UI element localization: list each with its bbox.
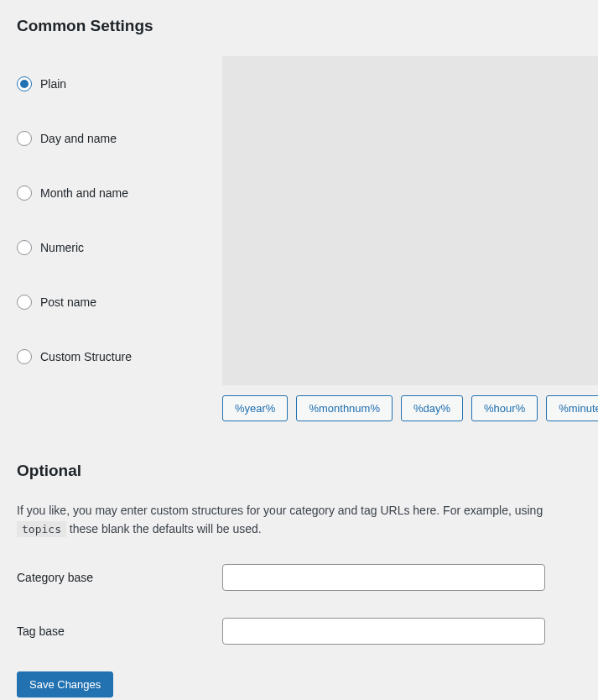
category-base-input[interactable]: [222, 564, 545, 591]
optional-heading: Optional: [17, 462, 581, 480]
radio-icon: [17, 240, 32, 255]
structure-tags-row: %year% %monthnum% %day% %hour% %minute%: [222, 395, 598, 421]
radio-label-text: Post name: [40, 295, 96, 309]
radio-icon: [17, 131, 32, 146]
radio-icon: [17, 349, 32, 364]
radio-icon: [17, 76, 32, 91]
tag-hour-button[interactable]: %hour%: [471, 395, 538, 421]
permalink-option-custom[interactable]: Custom Structure: [17, 349, 132, 364]
optional-desc-code: topics: [17, 521, 66, 537]
save-changes-button[interactable]: Save Changes: [17, 671, 113, 697]
optional-desc-suffix: these blank the defaults will be used.: [70, 522, 262, 535]
permalink-option-day-name[interactable]: Day and name: [17, 131, 117, 146]
permalink-structure-group: Plain Day and name Month and name Numeri…: [17, 56, 581, 421]
permalink-preview-area: [222, 56, 598, 385]
optional-desc-prefix: If you like, you may enter custom struct…: [17, 504, 543, 517]
permalink-option-numeric[interactable]: Numeric: [17, 240, 84, 255]
tag-year-button[interactable]: %year%: [222, 395, 288, 421]
radio-label-text: Day and name: [40, 132, 117, 145]
radio-label-text: Month and name: [40, 186, 128, 200]
permalink-option-month-name[interactable]: Month and name: [17, 185, 128, 201]
permalink-option-post-name[interactable]: Post name: [17, 295, 96, 310]
tag-base-input[interactable]: [222, 618, 545, 645]
radio-icon: [17, 185, 32, 201]
category-base-label: Category base: [17, 571, 222, 584]
tag-day-button[interactable]: %day%: [401, 395, 463, 421]
optional-description: If you like, you may enter custom struct…: [17, 501, 581, 539]
radio-label-text: Plain: [40, 77, 66, 91]
radio-label-text: Custom Structure: [40, 350, 132, 363]
tag-base-label: Tag base: [17, 624, 222, 638]
permalink-option-plain[interactable]: Plain: [17, 76, 66, 91]
tag-monthnum-button[interactable]: %monthnum%: [296, 395, 393, 421]
radio-icon: [17, 295, 32, 310]
common-settings-heading: Common Settings: [17, 17, 581, 35]
radio-label-text: Numeric: [40, 241, 84, 254]
tag-minute-button[interactable]: %minute%: [546, 395, 598, 421]
